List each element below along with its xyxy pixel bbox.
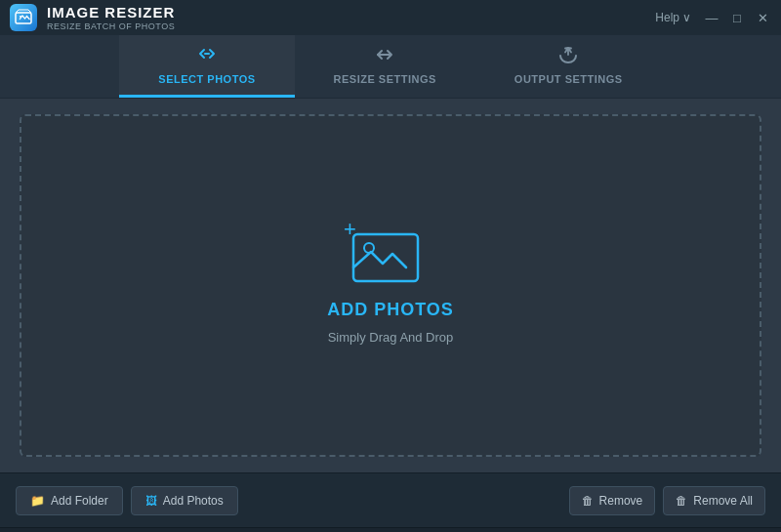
bottom-left-actions: 📁 Add Folder 🖼 Add Photos [16,486,238,515]
drop-zone[interactable]: + ADD PHOTOS Simply Drag And Drop [20,114,761,457]
plus-icon: + [344,219,356,240]
title-bar: IMAGE RESIZER RESIZE BATCH OF PHOTOS Hel… [0,0,781,35]
app-icon [10,4,37,31]
svg-point-1 [20,16,21,18]
minimize-button[interactable]: — [703,9,720,26]
add-photo-icon: 🖼 [145,494,157,508]
remove-icon: 🗑 [582,494,594,508]
title-bar-right: Help ∨ — □ ✕ [655,9,771,26]
close-button[interactable]: ✕ [754,9,771,26]
tab-select-photos[interactable]: SELECT PHOTOS [119,35,294,98]
add-photos-label: ADD PHOTOS [327,300,454,320]
app-subtitle: RESIZE BATCH OF PHOTOS [47,21,175,32]
resize-settings-icon [374,45,395,69]
app-title: IMAGE RESIZER [47,4,175,21]
add-icon-wrapper: + [351,226,430,290]
svg-point-3 [364,243,374,253]
maximize-button[interactable]: □ [728,9,746,26]
tab-bar: SELECT PHOTOS RESIZE SETTINGS OUTPUT SET… [0,35,781,99]
tab-output-settings-label: OUTPUT SETTINGS [514,73,623,85]
window-controls: — □ ✕ [703,9,771,26]
remove-button[interactable]: 🗑 Remove [569,486,656,515]
remove-all-label: Remove All [693,494,753,508]
photo-placeholder-icon [351,226,420,283]
tab-output-settings[interactable]: OUTPUT SETTINGS [475,35,662,98]
title-text-group: IMAGE RESIZER RESIZE BATCH OF PHOTOS [47,4,175,32]
add-folder-label: Add Folder [51,494,108,508]
bottom-bar: 📁 Add Folder 🖼 Add Photos 🗑 Remove 🗑 Rem… [0,472,781,527]
select-photos-icon [196,45,218,69]
add-photos-label: Add Photos [163,494,224,508]
footer: ✓ Registered Version Next › [0,527,781,532]
bottom-right-actions: 🗑 Remove 🗑 Remove All [569,486,765,515]
remove-all-button[interactable]: 🗑 Remove All [663,486,765,515]
tab-resize-settings-label: RESIZE SETTINGS [334,73,436,85]
tab-resize-settings[interactable]: RESIZE SETTINGS [295,35,475,98]
folder-icon: 📁 [30,494,45,508]
remove-all-icon: 🗑 [676,494,687,508]
add-photos-button[interactable]: 🖼 Add Photos [131,486,238,515]
output-settings-icon [557,45,579,69]
help-button[interactable]: Help ∨ [655,11,691,24]
remove-label: Remove [599,494,643,508]
main-content: + ADD PHOTOS Simply Drag And Drop [0,99,781,472]
title-bar-left: IMAGE RESIZER RESIZE BATCH OF PHOTOS [10,4,175,32]
drag-drop-label: Simply Drag And Drop [328,330,454,345]
tab-select-photos-label: SELECT PHOTOS [158,73,255,85]
add-folder-button[interactable]: 📁 Add Folder [16,486,123,515]
